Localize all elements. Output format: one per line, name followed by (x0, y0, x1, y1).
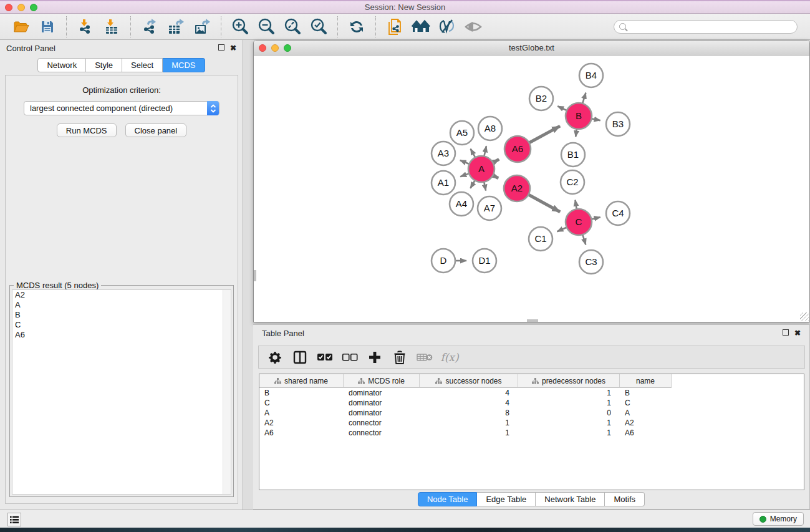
table-row[interactable]: A2connector11A2 (259, 418, 804, 428)
result-item[interactable]: C (12, 320, 231, 330)
refresh-icon[interactable] (345, 16, 368, 37)
unselect-all-icon[interactable] (340, 348, 360, 367)
table-row[interactable]: Adominator80A (259, 408, 804, 418)
table-row[interactable]: A6connector11A6 (259, 428, 804, 438)
node-A3[interactable]: A3 (432, 142, 455, 165)
node-D1[interactable]: D1 (473, 249, 496, 273)
zoom-in-icon[interactable] (229, 16, 251, 37)
node-B1[interactable]: B1 (561, 143, 585, 167)
float-panel-icon[interactable] (218, 44, 224, 51)
zoom-fit-icon[interactable] (281, 16, 304, 37)
node-B3[interactable]: B3 (606, 112, 630, 136)
dropdown-value: largest connected component (directed) (30, 104, 173, 113)
search-input[interactable] (629, 22, 792, 31)
result-item[interactable]: A6 (12, 330, 231, 340)
tab-node-table[interactable]: Node Table (418, 492, 478, 506)
node-B[interactable]: B (566, 103, 592, 129)
tab-edge-table[interactable]: Edge Table (477, 492, 536, 506)
minimize-window-button[interactable] (17, 4, 25, 11)
toolbar-separator (375, 16, 376, 37)
show-hide-icon[interactable] (462, 16, 485, 37)
column-select-icon[interactable] (290, 348, 310, 367)
close-panel-icon[interactable]: ✖ (230, 44, 236, 52)
console-button[interactable] (7, 513, 21, 526)
search-box[interactable] (614, 20, 798, 34)
memory-button[interactable]: Memory (753, 512, 804, 526)
workspace: Control Panel ✖ NetworkStyleSelectMCDS O… (0, 40, 810, 510)
node-A[interactable]: A (468, 156, 494, 182)
export-table-icon[interactable] (165, 16, 187, 37)
close-table-panel-icon[interactable]: ✖ (794, 329, 801, 337)
control-panel: Control Panel ✖ NetworkStyleSelectMCDS O… (0, 40, 243, 510)
function-builder-icon[interactable]: f(x) (440, 348, 460, 367)
node-B2[interactable]: B2 (529, 87, 553, 110)
run-mcds-button[interactable]: Run MCDS (57, 123, 117, 137)
node-A6[interactable]: A6 (504, 136, 531, 162)
delete-column-icon[interactable] (390, 348, 410, 367)
tab-network[interactable]: Network (37, 58, 86, 72)
node-A8[interactable]: A8 (478, 117, 502, 140)
tab-mcds[interactable]: MCDS (163, 58, 205, 72)
tab-motifs[interactable]: Motifs (605, 492, 645, 506)
select-all-icon[interactable] (315, 348, 335, 367)
gear-icon[interactable] (265, 348, 285, 367)
import-table-icon[interactable] (100, 16, 123, 37)
add-column-icon[interactable] (365, 348, 385, 367)
svg-text:A3: A3 (438, 148, 449, 158)
node-C1[interactable]: C1 (529, 227, 552, 251)
open-file-icon[interactable] (10, 16, 32, 37)
column-header-name[interactable]: name (620, 374, 672, 388)
result-item[interactable]: B (12, 310, 231, 320)
node-B4[interactable]: B4 (579, 64, 603, 87)
node-A5[interactable]: A5 (450, 121, 474, 145)
first-neighbors-icon[interactable] (410, 16, 432, 37)
zoom-out-icon[interactable] (255, 16, 277, 37)
node-A7[interactable]: A7 (478, 196, 501, 220)
mcds-result-list[interactable]: A2ABCA6 (12, 289, 231, 495)
node-A1[interactable]: A1 (432, 171, 455, 195)
net-close-button[interactable] (259, 44, 266, 52)
column-header-predecessor-nodes[interactable]: predecessor nodes (518, 374, 620, 388)
vertical-scroll-nub[interactable] (254, 270, 256, 281)
net-minimize-button[interactable] (271, 44, 279, 52)
result-scrollbar[interactable] (223, 290, 231, 494)
node-A2[interactable]: A2 (504, 175, 530, 201)
new-network-from-selection-icon[interactable] (383, 16, 406, 37)
node-A4[interactable]: A4 (450, 192, 473, 216)
column-header-MCDS-role[interactable]: MCDS role (344, 374, 420, 388)
export-network-icon[interactable] (138, 16, 161, 37)
float-table-panel-icon[interactable] (783, 329, 789, 336)
node-C[interactable]: C (566, 209, 592, 235)
node-C3[interactable]: C3 (579, 250, 603, 274)
svg-text:D1: D1 (478, 255, 490, 266)
horizontal-scroll-nub[interactable] (527, 319, 538, 322)
close-window-button[interactable] (5, 4, 12, 11)
result-item[interactable]: A2 (12, 290, 231, 300)
save-session-icon[interactable] (36, 16, 59, 37)
result-item[interactable]: A (12, 300, 231, 310)
net-maximize-button[interactable] (284, 44, 291, 52)
maximize-window-button[interactable] (30, 4, 37, 11)
column-header-successor-nodes[interactable]: successor nodes (420, 374, 518, 388)
node-C2[interactable]: C2 (561, 170, 584, 194)
column-header-shared-name[interactable]: shared name (259, 374, 344, 388)
export-image-icon[interactable] (191, 16, 213, 37)
edge-B-B2 (557, 106, 567, 110)
node-D[interactable]: D (432, 249, 455, 273)
optimization-criterion-dropdown[interactable]: largest connected component (directed) (24, 101, 219, 115)
tab-select[interactable]: Select (122, 58, 163, 72)
network-canvas[interactable]: B4B2BB3A8A5A6A3B1AC2A1A2A4A7C4CC1C3DD1 (254, 56, 809, 322)
close-panel-button[interactable]: Close panel (125, 123, 187, 137)
delete-table-icon[interactable] (415, 348, 435, 367)
import-network-icon[interactable] (74, 16, 97, 37)
hide-labels-icon[interactable] (436, 16, 458, 37)
zoom-selected-icon[interactable] (307, 16, 330, 37)
tab-style[interactable]: Style (86, 58, 122, 72)
network-window-titlebar[interactable]: testGlobe.txt (254, 41, 809, 56)
resize-grip[interactable] (800, 312, 809, 321)
table-row[interactable]: Bdominator41B (259, 388, 804, 398)
table-row[interactable]: Cdominator41C (259, 398, 804, 408)
svg-text:C2: C2 (566, 177, 578, 187)
tab-network-table[interactable]: Network Table (536, 492, 605, 506)
node-C4[interactable]: C4 (606, 201, 630, 225)
